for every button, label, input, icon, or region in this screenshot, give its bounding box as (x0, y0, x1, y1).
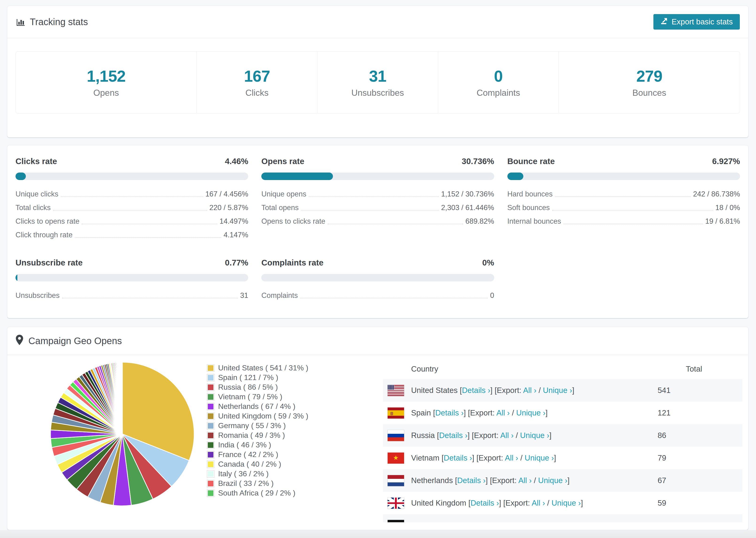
rate-title: Complaints rate (261, 258, 324, 267)
rate-head-complaints-rate: Complaints rate0% (261, 258, 494, 267)
rate-card-complaints-rate: Complaints rate0%Complaints0 (261, 258, 494, 300)
rate-row-complaints: Complaints0 (261, 287, 494, 300)
bracket: ] (549, 431, 552, 440)
rate-row-value: 18 / 0% (715, 203, 740, 212)
export-all-link[interactable]: All › (523, 386, 536, 395)
summary-opens: 1,152Opens (16, 52, 197, 113)
details-link[interactable]: Details › (439, 431, 467, 440)
geo-table-row-germany (383, 514, 742, 522)
export-unique-link[interactable]: Unique › (516, 408, 546, 417)
legend-swatch (207, 412, 214, 420)
legend-label: United States ( 541 / 31% ) (218, 364, 308, 372)
rate-row-label: Hard bounces (507, 190, 553, 199)
tracking-stats-header: Tracking stats Export basic stats (7, 6, 748, 38)
legend-swatch (207, 393, 214, 401)
link-separator: / (545, 499, 552, 507)
total-cell: 79 (658, 454, 742, 462)
rate-row-label: Total opens (261, 203, 298, 212)
export-button-label: Export basic stats (672, 17, 733, 26)
dotted-leader (61, 196, 203, 197)
legend-swatch (207, 364, 214, 372)
export-unique-link[interactable]: Unique › (520, 431, 549, 440)
link-separator: / (536, 386, 543, 395)
details-link[interactable]: Details › (435, 408, 464, 417)
total-cell: 121 (658, 408, 742, 417)
rate-row-unsubscribes: Unsubscribes31 (16, 287, 248, 300)
map-pin-icon (16, 335, 23, 347)
rate-row-click-through-rate: Click through rate4.147% (16, 226, 248, 240)
legend-item-spain: Spain ( 121 / 7% ) (207, 373, 374, 382)
geo-table-row-vietnam: Vietnam [Details ›] [Export: All › / Uni… (383, 447, 742, 469)
country-cell: Vietnam [Details ›] [Export: All › / Uni… (411, 454, 658, 462)
export-all-link[interactable]: All › (532, 499, 545, 507)
rate-row-label: Complaints (261, 291, 298, 300)
summary-stats-row: 1,152Opens167Clicks31Unsubscribes0Compla… (16, 51, 740, 113)
bar-chart-icon (16, 17, 25, 27)
flag-cell (383, 430, 411, 441)
legend-item-india: India ( 46 / 3% ) (207, 440, 374, 450)
link-separator: / (514, 431, 520, 440)
summary-bounces-label: Bounces (632, 88, 666, 98)
ru-flag-icon (388, 430, 404, 441)
details-link[interactable]: Details › (444, 454, 472, 462)
summary-clicks-label: Clicks (245, 88, 269, 98)
rate-value: 30.736% (461, 157, 494, 166)
rate-row-opens-to-clicks-rate: Opens to clicks rate689.82% (261, 212, 494, 226)
details-link[interactable]: Details › (462, 386, 490, 395)
rate-row-value: 31 (240, 291, 248, 300)
vn-flag-icon (388, 453, 404, 463)
export-all-link[interactable]: All › (505, 454, 518, 462)
legend-swatch (207, 460, 214, 468)
country-cell: United Kingdom [Details ›] [Export: All … (411, 499, 658, 508)
export-label: ] [Export: (467, 431, 500, 440)
rate-rows: Complaints0 (261, 287, 494, 300)
legend-item-united-kingdom: United Kingdom ( 59 / 3% ) (207, 411, 374, 421)
rates-panel: Clicks rate4.46%Unique clicks167 / 4.456… (7, 145, 748, 318)
legend-label: Russia ( 86 / 5% ) (218, 383, 278, 392)
flag-cell (383, 514, 411, 522)
geo-table-header-country: Country (383, 364, 686, 373)
rate-value: 0% (482, 258, 494, 267)
export-label: ] [Export: (499, 499, 531, 507)
country-cell: United States [Details ›] [Export: All ›… (411, 386, 658, 395)
rate-value: 4.46% (225, 157, 248, 166)
rate-progress-fill (261, 173, 333, 180)
rate-title: Bounce rate (507, 157, 555, 166)
rate-row-label: Unique opens (261, 190, 306, 199)
geo-pie-chart (7, 355, 207, 510)
export-basic-stats-button[interactable]: Export basic stats (653, 14, 740, 29)
rate-row-label: Unique clicks (16, 190, 58, 199)
country-name: Vietnam [ (411, 454, 444, 462)
legend-label: Spain ( 121 / 7% ) (218, 373, 278, 382)
rate-row-label: Unsubscribes (16, 291, 60, 300)
rate-row-value: 2,303 / 61.446% (441, 203, 494, 212)
export-unique-link[interactable]: Unique › (552, 499, 581, 507)
export-all-link[interactable]: All › (500, 431, 514, 440)
details-link[interactable]: Details › (457, 476, 486, 485)
legend-label: Romania ( 49 / 3% ) (218, 431, 285, 440)
details-link[interactable]: Details › (470, 499, 499, 507)
rate-row-label: Soft bounces (507, 203, 550, 212)
summary-bounces-value: 279 (636, 67, 662, 85)
rate-row-label: Click through rate (16, 231, 73, 240)
total-cell: 86 (658, 431, 742, 440)
rate-value: 0.77% (225, 258, 248, 267)
geo-table-row-united-states: United States [Details ›] [Export: All ›… (383, 379, 742, 402)
legend-swatch (207, 432, 214, 439)
export-unique-link[interactable]: Unique › (543, 386, 572, 395)
country-cell: Netherlands [Details ›] [Export: All › /… (411, 476, 658, 485)
rate-rows: Unique opens1,152 / 30.736%Total opens2,… (261, 185, 494, 226)
legend-item-vietnam: Vietnam ( 79 / 5% ) (207, 392, 374, 402)
export-unique-link[interactable]: Unique › (538, 476, 567, 485)
link-separator: / (532, 476, 538, 485)
country-cell: Russia [Details ›] [Export: All › / Uniq… (411, 431, 658, 440)
geo-table-row-united-kingdom: United Kingdom [Details ›] [Export: All … (383, 492, 742, 514)
export-all-link[interactable]: All › (496, 408, 510, 417)
legend-label: South Africa ( 29 / 2% ) (218, 489, 296, 497)
geo-table-row-spain: Spain [Details ›] [Export: All › / Uniqu… (383, 402, 742, 424)
export-unique-link[interactable]: Unique › (525, 454, 554, 462)
rate-rows: Unsubscribes31 (16, 287, 248, 300)
country-name: Spain [ (411, 408, 435, 417)
rate-row-hard-bounces: Hard bounces242 / 86.738% (507, 185, 740, 199)
export-all-link[interactable]: All › (518, 476, 532, 485)
